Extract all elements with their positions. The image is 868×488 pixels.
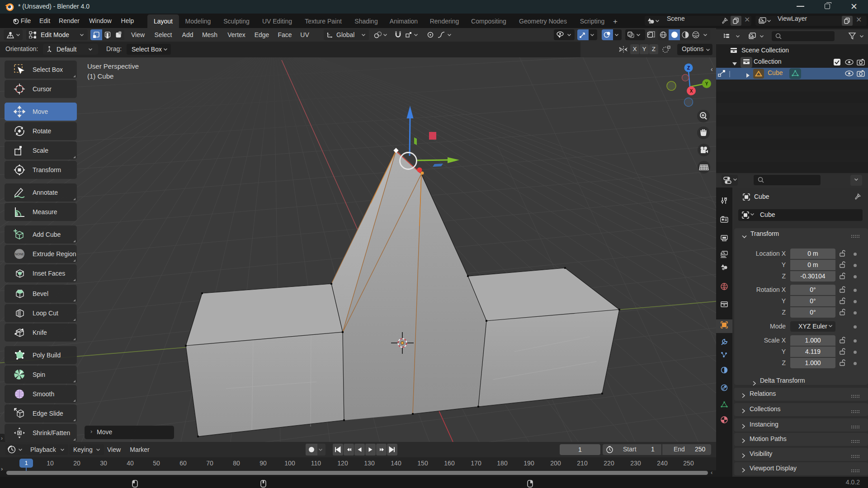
svg-text:Z: Z xyxy=(687,66,690,70)
svg-text:‹: ‹ xyxy=(711,66,713,73)
svg-text:NONE: NONE xyxy=(15,253,24,256)
svg-text:Y: Y xyxy=(705,81,708,86)
svg-text:X: X xyxy=(690,89,693,94)
